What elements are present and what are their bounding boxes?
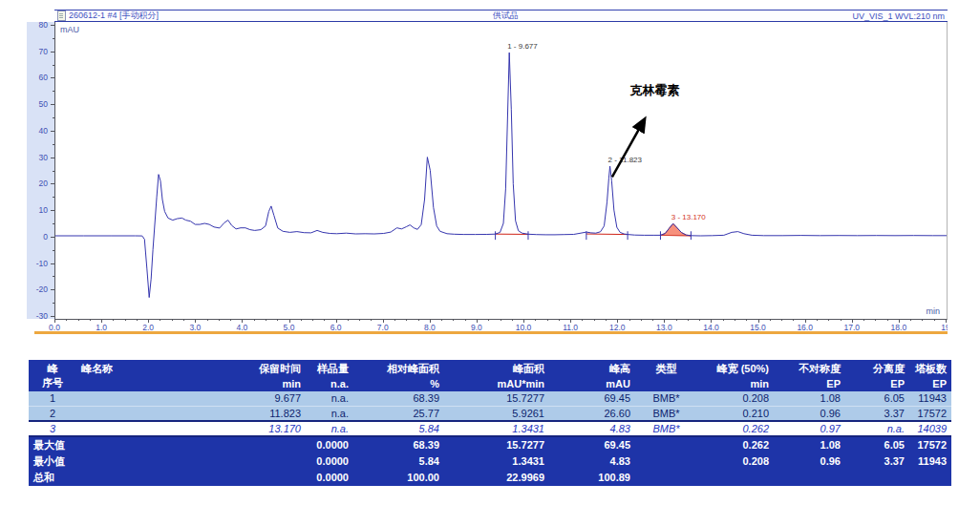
- table-cell: [635, 453, 697, 470]
- peak-row[interactable]: 211.823n.a.25.775.926126.60BMB*0.2100.96…: [29, 406, 951, 421]
- column-header[interactable]: 类型: [635, 360, 697, 376]
- table-cell: [845, 470, 909, 486]
- column-header[interactable]: 峰名称: [76, 360, 220, 376]
- x-tick-mark: [899, 319, 900, 323]
- x-tick-label: 15.0: [744, 323, 773, 332]
- x-tick-mark: [336, 319, 337, 323]
- y-axis-strip[interactable]: -30-20-1001020304050607080: [27, 22, 54, 319]
- column-header[interactable]: 塔板数: [909, 360, 951, 376]
- plot-area[interactable]: mAU min 1 - 9.6772 - 11.8233 - 13.170克林霉…: [54, 22, 948, 320]
- peak-label: 3 - 13.170: [671, 213, 707, 221]
- table-cell: 17572: [909, 406, 951, 421]
- table-cell: 1.3431: [444, 421, 549, 436]
- x-minor-tick: [688, 319, 689, 321]
- x-minor-tick: [910, 319, 911, 321]
- x-minor-tick: [312, 319, 313, 321]
- x-minor-tick: [137, 319, 138, 321]
- table-cell: 15.7277: [444, 436, 549, 453]
- table-cell: [76, 391, 220, 406]
- table-cell: 2: [29, 406, 76, 421]
- table-cell: 3.37: [845, 406, 909, 421]
- x-tick-label: 2.0: [134, 323, 162, 332]
- x-minor-tick: [90, 319, 91, 321]
- table-cell: 11943: [909, 391, 951, 406]
- table-cell: 9.677: [220, 391, 306, 406]
- table-cell: [76, 406, 220, 421]
- table-cell: 100.89: [549, 470, 635, 486]
- x-minor-tick: [219, 319, 220, 321]
- column-header[interactable]: 不对称度: [774, 360, 845, 376]
- x-minor-tick: [78, 319, 79, 321]
- x-tick-label: 6.0: [322, 323, 351, 332]
- column-header[interactable]: 分离度: [845, 360, 909, 376]
- table-cell: [220, 470, 306, 486]
- table-cell: 69.45: [549, 436, 635, 453]
- chromatogram-header: 260612-1 #4 [手动积分] 供试品 UV_VIS_1 WVL:210 …: [54, 10, 948, 22]
- table-cell: 22.9969: [444, 470, 549, 486]
- peak-table-body: 19.677n.a.68.3915.727769.45BMB*0.2081.08…: [29, 391, 951, 486]
- table-cell: [220, 453, 306, 470]
- table-cell: 5.84: [353, 453, 444, 470]
- x-tick-mark: [195, 319, 196, 323]
- table-cell: 3: [29, 421, 76, 436]
- summary-row[interactable]: 最小值0.00005.841.34314.830.2080.963.371194…: [29, 453, 951, 470]
- integration-baseline: [586, 234, 628, 235]
- x-minor-tick: [324, 319, 325, 321]
- column-header[interactable]: 峰宽 (50%): [697, 360, 774, 376]
- x-tick-mark: [383, 319, 384, 323]
- column-unit: EP: [774, 376, 845, 391]
- summary-row[interactable]: 总和0.0000100.0022.9969100.89: [29, 470, 951, 486]
- column-unit: min: [220, 376, 306, 391]
- y-tick-label: 70: [39, 47, 48, 56]
- x-tick-mark: [523, 319, 524, 323]
- x-tick-label: 8.0: [415, 323, 444, 332]
- peak-label: 1 - 9.677: [507, 42, 538, 51]
- x-tick-mark: [570, 319, 571, 323]
- peak-label: 2 - 11.823: [608, 156, 643, 164]
- summary-row[interactable]: 最大值0.000068.3915.727769.450.2621.086.051…: [29, 436, 951, 453]
- peak-row[interactable]: 313.170n.a.5.841.34314.83BMB*0.2620.97n.…: [29, 421, 951, 436]
- table-cell: 11.823: [220, 406, 306, 421]
- column-header[interactable]: 峰高: [549, 360, 635, 376]
- x-minor-tick: [582, 319, 583, 321]
- x-minor-tick: [828, 319, 829, 321]
- table-cell: n.a.: [306, 406, 353, 421]
- x-tick-label: 3.0: [181, 323, 209, 332]
- x-minor-tick: [934, 319, 935, 321]
- x-tick-label: 0.0: [40, 323, 69, 332]
- injection-file-icon: [57, 11, 66, 21]
- column-header[interactable]: 相对峰面积: [353, 360, 444, 376]
- table-cell: n.a.: [306, 421, 353, 436]
- x-tick-label: 12.0: [603, 323, 631, 332]
- x-minor-tick: [266, 319, 266, 321]
- chromatogram-panel: 260612-1 #4 [手动积分] 供试品 UV_VIS_1 WVL:210 …: [27, 10, 948, 334]
- table-cell: [76, 421, 220, 436]
- column-header[interactable]: 保留时间: [220, 360, 306, 376]
- x-tick-mark: [805, 319, 806, 323]
- table-cell: 68.39: [353, 391, 444, 406]
- column-header[interactable]: 样品量: [306, 360, 353, 376]
- x-axis-strip[interactable]: 0.01.02.03.04.05.06.07.08.09.010.011.012…: [27, 319, 948, 334]
- table-cell: 25.77: [353, 406, 444, 421]
- peak-table-header: 峰峰名称保留时间样品量相对峰面积峰面积峰高类型峰宽 (50%)不对称度分离度塔板…: [29, 360, 951, 391]
- y-tick-label: 30: [39, 153, 48, 162]
- x-tick-label: 19: [931, 323, 948, 332]
- y-tick-label: 50: [39, 99, 48, 109]
- x-minor-tick: [277, 319, 278, 321]
- x-tick-mark: [477, 319, 478, 323]
- column-header[interactable]: 峰面积: [444, 360, 549, 376]
- x-minor-tick: [125, 319, 126, 321]
- table-cell: [774, 470, 845, 486]
- x-minor-tick: [113, 319, 114, 321]
- x-minor-tick: [781, 319, 782, 321]
- table-cell: 0.262: [697, 421, 774, 436]
- table-cell: 17572: [909, 436, 951, 453]
- column-header[interactable]: 峰: [29, 360, 76, 376]
- x-minor-tick: [441, 319, 442, 321]
- column-unit: [76, 376, 220, 391]
- table-cell: 100.00: [353, 470, 444, 486]
- peak-row[interactable]: 19.677n.a.68.3915.727769.45BMB*0.2081.08…: [29, 391, 951, 406]
- sample-name-label: 供试品: [493, 10, 519, 22]
- x-tick-label: 10.0: [509, 323, 538, 332]
- table-cell: 5.84: [353, 421, 444, 436]
